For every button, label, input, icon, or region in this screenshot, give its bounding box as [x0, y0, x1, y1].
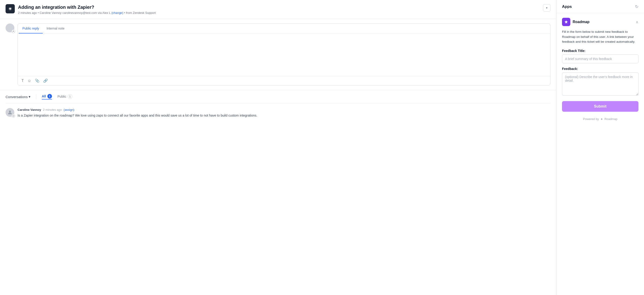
- refresh-icon[interactable]: ↻: [635, 4, 638, 9]
- submit-button[interactable]: Submit: [562, 101, 638, 112]
- tab-public-reply[interactable]: Public reply: [19, 24, 43, 33]
- change-link[interactable]: (change): [111, 11, 123, 14]
- message-avatar: [6, 108, 14, 117]
- public-count-badge: 1: [68, 94, 72, 99]
- message-body: Caroline Vannoy 2 minutes ago (assign) I…: [18, 108, 550, 118]
- tab-internal-note[interactable]: Internal note: [43, 24, 68, 33]
- all-count-badge: 1: [47, 94, 52, 99]
- ticket-meta: 2 minutes ago • Caroline Vannoy caroline…: [18, 11, 156, 14]
- feedback-title-label: Feedback Title:: [562, 49, 638, 53]
- reply-tabs: Public reply Internal note: [18, 24, 550, 33]
- roadmap-title: Roadmap: [572, 20, 590, 24]
- message-text: Is a Zapier integration on the roadmap? …: [18, 113, 550, 118]
- roadmap-app-icon: [562, 18, 570, 26]
- svg-point-2: [9, 111, 11, 112]
- message-avatar-badge: [12, 114, 15, 118]
- conversation-message: Caroline Vannoy 2 minutes ago (assign) I…: [6, 103, 550, 123]
- conversations-section: Conversations ▾ All 1 Public 1: [0, 90, 556, 295]
- reply-editor: Public reply Internal note T ☺ 📎 🔗: [18, 23, 550, 85]
- feedback-textarea[interactable]: [562, 72, 638, 96]
- message-author: Caroline Vannoy: [18, 108, 41, 111]
- current-user-avatar: [6, 23, 14, 32]
- powered-by: Powered by ✦ Roadmap: [562, 117, 638, 121]
- conversations-label[interactable]: Conversations ▾: [6, 95, 30, 99]
- zendesk-logo: [6, 4, 15, 13]
- powered-by-icon: ✦: [600, 117, 603, 121]
- reply-toolbar: T ☺ 📎 🔗: [18, 76, 550, 85]
- filter-all[interactable]: All 1: [42, 94, 52, 99]
- collapse-icon[interactable]: ∧: [636, 20, 638, 24]
- link-icon[interactable]: 🔗: [43, 78, 48, 83]
- text-format-icon[interactable]: T: [22, 79, 24, 83]
- emoji-icon[interactable]: ☺: [28, 79, 31, 83]
- roadmap-description: Fill in the form below to submit new fee…: [562, 29, 638, 44]
- reply-textarea[interactable]: [18, 33, 550, 75]
- filter-public[interactable]: Public 1: [58, 94, 72, 99]
- feedback-label: Feedback:: [562, 67, 638, 71]
- roadmap-section: Roadmap ∧ Fill in the form below to subm…: [556, 13, 644, 126]
- ticket-header: Adding an integration with Zapier? 2 min…: [0, 0, 556, 19]
- attachment-icon[interactable]: 📎: [35, 78, 40, 83]
- message-time: 2 minutes ago: [43, 108, 62, 111]
- reply-area: Public reply Internal note T ☺ 📎 🔗: [0, 19, 556, 90]
- svg-point-0: [10, 8, 11, 9]
- conversations-header: Conversations ▾ All 1 Public 1: [6, 90, 550, 103]
- ticket-dropdown-button[interactable]: ▾: [543, 4, 550, 11]
- apps-title: Apps: [562, 4, 572, 9]
- assign-link[interactable]: (assign): [64, 108, 74, 111]
- roadmap-header: Roadmap ∧: [562, 18, 638, 26]
- ticket-title: Adding an integration with Zapier?: [18, 4, 156, 10]
- feedback-title-input[interactable]: [562, 54, 638, 63]
- svg-point-4: [13, 116, 14, 116]
- right-sidebar: Apps ↻ Roadmap ∧ Fill in the form below …: [556, 0, 644, 295]
- avatar-badge: [12, 29, 15, 33]
- message-meta: Caroline Vannoy 2 minutes ago (assign): [18, 108, 550, 111]
- sidebar-apps-header: Apps ↻: [556, 0, 644, 13]
